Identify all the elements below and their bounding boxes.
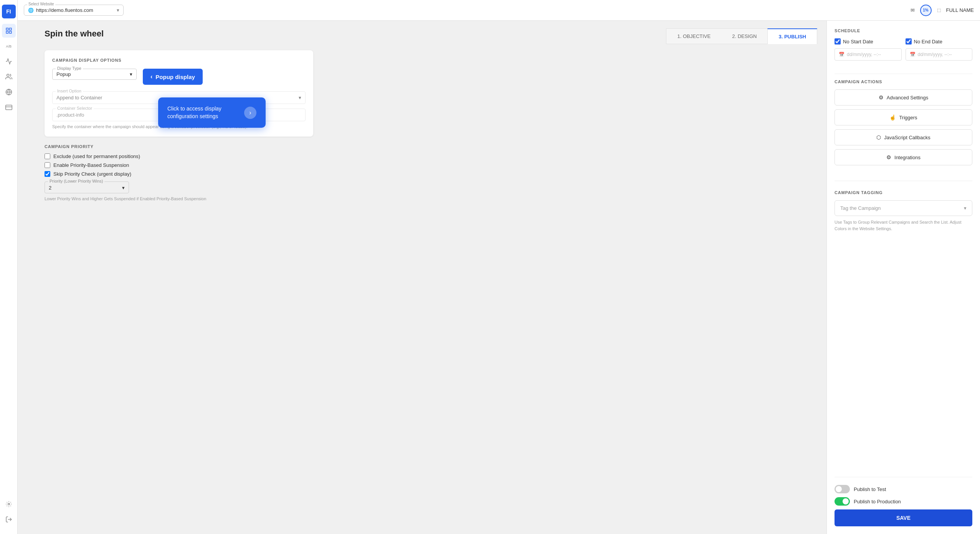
sidebar-item-billing[interactable] (2, 101, 16, 114)
js-callbacks-icon: ⬡ (876, 134, 881, 140)
save-button[interactable]: SAVE (835, 509, 972, 526)
calendar-icon: 📅 (910, 52, 916, 57)
tabs: 1. OBJECTIVE 2. DESIGN 3. PUBLISH (666, 28, 817, 44)
sidebar-item-analytics[interactable] (2, 54, 16, 68)
chevron-down-icon: ▾ (964, 205, 967, 211)
schedule-section: SCHEDULE No Start Date No End Date 📅 dd/… (835, 28, 972, 61)
checkbox-skip-priority: Skip Priority Check (urgent display) (45, 171, 313, 177)
publish-production-label: Publish to Production (854, 499, 901, 504)
no-end-date-row: No End Date (906, 38, 973, 44)
sidebar-item-users[interactable] (2, 70, 16, 84)
tab-publish[interactable]: 3. PUBLISH (767, 28, 817, 44)
tooltip-callout: Click to access display configuration se… (158, 97, 266, 128)
page-title: Spin the wheel (45, 29, 666, 44)
javascript-callbacks-button[interactable]: ⬡ JavaScript Callbacks (835, 129, 972, 145)
sidebar: FI A/B (0, 0, 18, 534)
campaign-display-title: CAMPAIGN DISPLAY OPTIONS (52, 58, 306, 63)
chevron-down-icon: ▾ (130, 71, 132, 77)
svg-text:A/B: A/B (6, 44, 12, 48)
logo[interactable]: FI (2, 5, 16, 18)
container-selector-label: Container Selector (56, 106, 94, 110)
content-area: Spin the wheel 1. OBJECTIVE 2. DESIGN 3.… (35, 21, 980, 534)
publish-section: Publish to Test Publish to Production SA… (835, 477, 972, 526)
popup-display-button[interactable]: ‹ Popup display (143, 69, 203, 85)
exclude-checkbox[interactable] (45, 153, 50, 159)
start-date-input[interactable]: 📅 dd/mm/yyyy, --:-- (835, 48, 902, 61)
publish-test-row: Publish to Test (835, 485, 972, 493)
display-type-label: Display Type (56, 66, 83, 71)
checkbox-priority-suspension: Enable Priority-Based Suspension (45, 162, 313, 168)
tooltip-text: Click to access display configuration se… (167, 105, 240, 120)
no-start-date-checkbox[interactable] (835, 38, 841, 44)
tab-design[interactable]: 2. DESIGN (721, 28, 767, 44)
display-type-select[interactable]: Popup ▾ (56, 71, 132, 77)
integrations-icon: ⚙ (886, 154, 891, 160)
left-panel: Spin the wheel 1. OBJECTIVE 2. DESIGN 3.… (35, 21, 826, 534)
sidebar-item-dashboard[interactable] (2, 24, 16, 38)
integrations-button[interactable]: ⚙ Integrations (835, 149, 972, 165)
advanced-settings-button[interactable]: ⚙ Advanced Settings (835, 89, 972, 105)
chevron-down-icon: ▾ (122, 185, 125, 191)
publish-production-toggle[interactable] (835, 497, 850, 506)
campaign-priority-section: CAMPAIGN PRIORITY Exclude (used for perm… (45, 144, 313, 201)
exclude-label: Exclude (used for permanent positions) (53, 153, 140, 159)
priority-suspension-checkbox[interactable] (45, 162, 50, 168)
priority-label: Priority (Lower Priority Wins) (48, 179, 104, 183)
tag-hint: Use Tags to Group Relevant Campaigns and… (835, 219, 972, 232)
priority-section-title: CAMPAIGN PRIORITY (45, 144, 313, 149)
advanced-settings-icon: ⚙ (879, 94, 884, 101)
sidebar-item-globe[interactable] (2, 85, 16, 99)
priority-suspension-label: Enable Priority-Based Suspension (53, 162, 129, 168)
schedule-title: SCHEDULE (835, 28, 972, 33)
triggers-button[interactable]: ☝ Triggers (835, 109, 972, 125)
insert-option-label: Insert Option (56, 89, 83, 93)
tab-objective[interactable]: 1. OBJECTIVE (666, 28, 721, 44)
triggers-icon: ☝ (889, 114, 896, 120)
calendar-icon: 📅 (839, 52, 844, 57)
campaign-tagging-section: CAMPAIGN TAGGING Tag the Campaign ▾ Use … (835, 190, 972, 232)
svg-rect-3 (9, 31, 11, 33)
tooltip-arrow-button[interactable]: › (244, 107, 256, 119)
campaign-actions-title: CAMPAIGN ACTIONS (835, 79, 972, 84)
priority-select[interactable]: 2 ▾ (49, 184, 125, 191)
sidebar-item-ab[interactable]: A/B (2, 39, 16, 53)
no-end-date-checkbox[interactable] (906, 38, 912, 44)
svg-point-10 (8, 503, 10, 505)
campaign-actions-section: CAMPAIGN ACTIONS ⚙ Advanced Settings ☝ T… (835, 79, 972, 169)
sidebar-item-settings[interactable] (2, 497, 16, 511)
skip-priority-label: Skip Priority Check (urgent display) (53, 171, 131, 177)
no-end-date-label: No End Date (914, 39, 942, 44)
end-date-input[interactable]: 📅 dd/mm/yyyy, --:-- (906, 48, 973, 61)
publish-test-label: Publish to Test (854, 486, 886, 492)
publish-production-row: Publish to Production (835, 497, 972, 506)
svg-point-5 (7, 74, 9, 76)
tag-campaign-select[interactable]: Tag the Campaign ▾ (835, 200, 972, 216)
no-start-date-label: No Start Date (843, 39, 873, 44)
right-panel: SCHEDULE No Start Date No End Date 📅 dd/… (826, 21, 980, 534)
svg-rect-0 (6, 28, 8, 30)
skip-priority-checkbox[interactable] (45, 171, 50, 177)
checkbox-exclude: Exclude (used for permanent positions) (45, 153, 313, 159)
campaign-tagging-title: CAMPAIGN TAGGING (835, 190, 972, 195)
display-type-group: Display Type Popup ▾ (52, 69, 137, 80)
chevron-down-icon: ▾ (299, 95, 301, 101)
svg-rect-1 (9, 28, 11, 30)
main-container: Select Website 🌐 https://demo.fluentos.c… (35, 21, 980, 534)
svg-rect-2 (6, 31, 8, 33)
svg-rect-8 (5, 105, 12, 110)
publish-test-toggle[interactable] (835, 485, 850, 493)
no-start-date-row: No Start Date (835, 38, 902, 44)
sidebar-item-logout[interactable] (2, 513, 16, 526)
arrow-left-icon: ‹ (150, 73, 152, 80)
priority-hint: Lower Priority Wins and Higher Gets Susp… (45, 196, 313, 201)
